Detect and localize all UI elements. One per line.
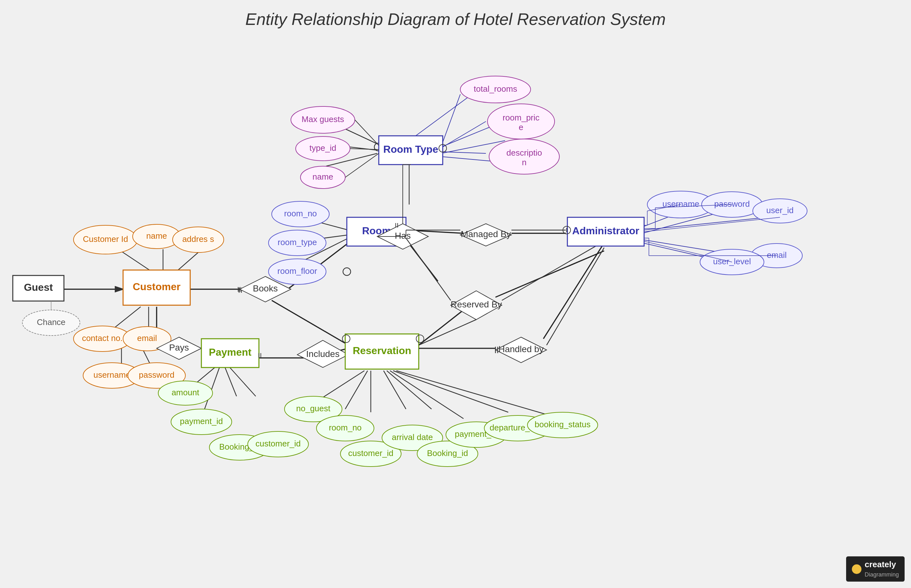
roomfloor-label: room_floor xyxy=(278,266,317,276)
svg-line-44 xyxy=(227,364,256,396)
description-label: descriptio xyxy=(506,148,542,158)
guest-label: Guest xyxy=(24,281,53,293)
name-label-rt: name xyxy=(312,172,333,181)
chance-label: Chance xyxy=(37,317,66,327)
diagram-container: Entity Relationship Diagram of Hotel Res… xyxy=(0,0,911,588)
arrivaldate-label: arrival date xyxy=(392,432,433,442)
svg-line-74 xyxy=(419,320,476,345)
handledby-label: Handled by xyxy=(498,344,544,354)
reservedby-label: Reserved By xyxy=(451,299,502,309)
contactno-label: contact no. xyxy=(82,333,123,343)
totalrooms-label: total_rooms xyxy=(474,84,517,94)
email-label-admin: email xyxy=(767,250,787,260)
books-label: Books xyxy=(253,283,278,293)
svg-line-46 xyxy=(345,371,368,409)
customer-label: Customer xyxy=(132,281,180,292)
svg-line-84 xyxy=(644,217,780,232)
roomno-label: room_no xyxy=(284,209,317,218)
svg-line-75 xyxy=(502,241,604,300)
customerid-label: Customer Id xyxy=(83,234,128,244)
roomtype-label: room_type xyxy=(278,237,317,247)
pays-label: Pays xyxy=(169,342,189,352)
username-label-cust: username xyxy=(93,370,131,380)
svg-line-50 xyxy=(390,371,464,418)
roomtype-label-entity: Room Type xyxy=(383,144,438,155)
svg-line-25 xyxy=(496,251,604,297)
email-label-cust: email xyxy=(137,333,157,343)
svg-point-55 xyxy=(343,268,351,275)
svg-line-31 xyxy=(643,217,767,230)
userid-label-admin: user_id xyxy=(766,205,793,215)
watermark-icon xyxy=(852,564,861,574)
svg-line-45 xyxy=(320,371,364,399)
customerid-label-res: customer_id xyxy=(348,448,394,458)
administrator-label: Administrator xyxy=(572,225,639,236)
svg-line-48 xyxy=(384,371,406,409)
svg-line-43 xyxy=(224,364,237,396)
svg-line-77 xyxy=(547,248,604,345)
roomno-label-res: room_no xyxy=(329,423,362,432)
password-label-admin: password xyxy=(714,199,749,209)
paymentid-label-pay: payment_id xyxy=(180,417,223,426)
maxguests-label: Max guests xyxy=(302,115,344,124)
customerid-label-pay: customer_id xyxy=(255,439,301,448)
watermark-text: creately Diagramming xyxy=(865,560,899,578)
svg-line-63 xyxy=(443,152,486,153)
svg-line-26 xyxy=(419,310,464,345)
noguest-label: no_guest xyxy=(296,404,331,413)
brand-name: creately xyxy=(865,560,896,569)
includes-label: Includes xyxy=(306,349,339,359)
svg-line-61 xyxy=(443,94,460,142)
reservation-label: Reservation xyxy=(352,345,411,356)
svg-line-73 xyxy=(406,238,451,300)
svg-line-64 xyxy=(355,120,379,145)
bookingstatus-label: booking_status xyxy=(535,420,591,429)
svg-line-28 xyxy=(543,243,604,339)
userlevel-label-admin: user_level xyxy=(713,257,751,266)
brand-sub: Diagramming xyxy=(865,571,899,578)
managedby-top-label: Managed By xyxy=(460,229,511,239)
roomprice-label: room_pric xyxy=(502,113,539,123)
watermark: creately Diagramming xyxy=(846,556,905,582)
svg-text:e: e xyxy=(519,123,523,132)
svg-line-52 xyxy=(396,371,550,415)
amount-label: amount xyxy=(172,388,199,397)
payment-label: Payment xyxy=(209,346,252,358)
svg-line-3 xyxy=(272,300,349,345)
bookingid-label-res: Booking_id xyxy=(427,448,468,458)
address-label: addres s xyxy=(182,234,214,244)
svg-text:n: n xyxy=(522,158,527,167)
svg-line-12 xyxy=(409,96,470,141)
password-label-cust: password xyxy=(139,370,174,380)
name-label: name xyxy=(146,231,167,241)
has-label: Has xyxy=(395,231,411,241)
typeid-label: type_id xyxy=(309,143,336,153)
